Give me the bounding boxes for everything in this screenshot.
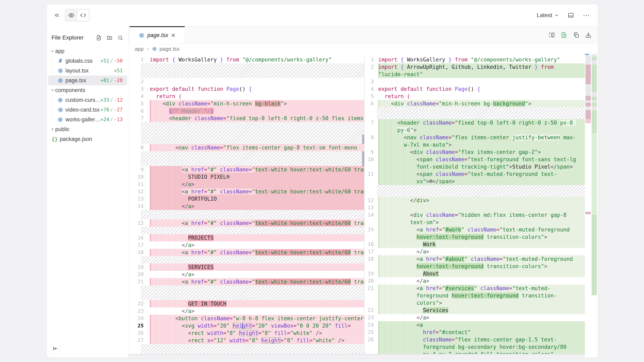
indent-guide [156, 54, 156, 358]
diff-editor: 1import { WorksGallery } from "@/compone… [128, 54, 598, 358]
download-button[interactable] [585, 32, 592, 38]
code-line[interactable]: export default function Page() { [150, 85, 364, 93]
code-line[interactable]: <a href="#" className="text-white hover:… [150, 188, 364, 195]
code-line[interactable]: </div> [378, 197, 585, 204]
code-line[interactable]: import { WorksGallery } from "@/componen… [378, 56, 585, 63]
diff-minimap[interactable] [585, 54, 598, 358]
code-line[interactable]: <rect width="8" height="8" fill="white" … [150, 330, 364, 337]
code-line[interactable] [378, 204, 585, 211]
diff-pane-new[interactable]: 1import { WorksGallery } from "@/compone… [364, 54, 585, 358]
code-line[interactable]: <header className="fixed top-0 left-0 ri… [378, 119, 585, 134]
line-number: 20 [128, 271, 150, 278]
collapse-sidebar-button[interactable] [50, 344, 60, 354]
sidebar-file-package-json[interactable]: {}package.json [48, 134, 127, 144]
code-line[interactable]: <span className="text-muted-foreground t… [378, 170, 585, 185]
sidebar-file-globals-css[interactable]: #globals.css+51/-50 [48, 56, 127, 66]
code-line[interactable]: <svg width="20" height="20" viewBox="0 0… [150, 322, 364, 330]
breadcrumb-file[interactable]: page.tsx [159, 46, 179, 52]
sidebar-file-video-card-tsx[interactable]: video-card.tsx+76/-27 [48, 105, 127, 115]
new-file-button[interactable] [96, 35, 102, 40]
code-line[interactable]: </a> [150, 242, 364, 249]
sidebar-folder-components[interactable]: components [48, 85, 127, 95]
code-toggle-button[interactable] [77, 9, 89, 21]
code-line[interactable]: Services [378, 307, 585, 314]
collapse-panel-button[interactable] [54, 12, 60, 18]
diff-view-button[interactable] [561, 32, 567, 38]
split-editor-button[interactable] [548, 32, 555, 38]
code-line[interactable]: </a> [150, 181, 364, 188]
version-dropdown[interactable]: Latest [537, 12, 559, 18]
copy-code-button[interactable] [573, 32, 579, 38]
code-line[interactable]: </a> [378, 314, 585, 321]
code-line[interactable]: </a> [150, 271, 364, 278]
code-line[interactable]: PORTFOLIO [150, 195, 364, 203]
code-line[interactable]: <a href="#" className="text-white hover:… [150, 166, 364, 173]
sidebar-file-page-tsx[interactable]: page.tsx+81/-28 [48, 75, 127, 85]
code-line[interactable]: return ( [378, 93, 585, 100]
code-line[interactable]: <a href="#" className="text-white hover:… [150, 278, 364, 286]
code-line[interactable]: GET IN TOUCH [150, 300, 364, 308]
tab-page-tsx[interactable]: page.tsx ✕ [130, 26, 185, 43]
code-line[interactable]: <div className="min-h-screen bg-backgrou… [378, 100, 585, 107]
code-line[interactable]: PROJECTS [150, 234, 364, 242]
code-line[interactable]: SERVICES [150, 264, 364, 271]
code-line[interactable]: </a> [378, 248, 585, 255]
code-line[interactable]: </a> [150, 203, 364, 210]
code-line[interactable]: <a href="#" className="text-white hover:… [150, 220, 364, 227]
code-line[interactable]: <div className="hidden md:flex items-cen… [378, 211, 585, 226]
code-line[interactable]: <div className="flex items-center gap-2"… [378, 148, 585, 156]
code-line[interactable]: <a [378, 321, 585, 329]
line-number: 20 [364, 277, 378, 285]
code-line[interactable]: Work [378, 241, 585, 248]
code-line[interactable]: return ( [150, 93, 364, 100]
code-line[interactable]: STUDIO PIXEL® [150, 173, 364, 181]
code-line[interactable] [378, 78, 585, 85]
code-line[interactable]: <nav className="flex items-center gap-8 … [150, 144, 364, 151]
code-line[interactable]: <a href="#services" className="text-mute… [378, 285, 585, 307]
code-line[interactable]: </a> [150, 308, 364, 315]
sidebar-file-layout-tsx[interactable]: layout.tsx+51 [48, 66, 127, 75]
code-line[interactable]: <a href="#work" className="text-muted-fo… [378, 226, 585, 241]
code-line[interactable]: <header className="fixed top-0 left-0 ri… [150, 115, 364, 122]
breadcrumb-folder[interactable]: app [135, 46, 144, 52]
sidebar-file-works-galler-[interactable]: works-galler…+24/-13 [48, 115, 127, 124]
code-line[interactable] [150, 78, 364, 85]
code-line[interactable]: <rect x="12" width="8" height="8" fill="… [150, 337, 364, 344]
code-line[interactable]: </a> [378, 277, 585, 285]
code-line[interactable]: <nav className="flex items-center justif… [378, 134, 585, 148]
panel-bottom-button[interactable] [568, 12, 574, 18]
diff-pane-old[interactable]: 1import { WorksGallery } from "@/compone… [128, 54, 364, 358]
code-line[interactable]: href="#contact" [378, 329, 585, 336]
minimap-segment [592, 57, 597, 60]
code-line[interactable]: <a href="#about" className="text-muted-f… [378, 255, 585, 270]
code-line[interactable]: export default function Page() { [378, 85, 585, 93]
code-line[interactable]: About [378, 270, 585, 277]
code-line[interactable]: <button className="w-8 h-8 flex items-ce… [150, 315, 364, 322]
diff-alignment-hatch [141, 256, 364, 264]
indent-guide [384, 54, 385, 358]
code-line[interactable]: <a href="#" className="text-white hover:… [150, 249, 364, 256]
horizontal-scrollbar-track[interactable] [128, 354, 585, 358]
preview-toggle-button[interactable] [66, 9, 77, 21]
new-folder-button[interactable] [107, 35, 112, 40]
code-line[interactable]: import { ArrowUpRight, Github, Linkedin,… [378, 63, 585, 78]
line-number: 2 [364, 63, 378, 78]
sidebar-folder-public[interactable]: public [48, 124, 127, 134]
code-line[interactable]: import { WorksGallery } from "@/componen… [150, 56, 364, 63]
line-number: 2 [128, 78, 150, 85]
line-number: 13 [128, 195, 150, 203]
code-line[interactable]: <span className="text-foreground font-sa… [378, 156, 585, 170]
diff-alignment-hatch [141, 286, 364, 300]
search-files-button[interactable] [118, 35, 123, 40]
minimap-segment [586, 96, 591, 100]
sidebar-folder-app[interactable]: app [48, 46, 127, 56]
diff-stats: +51 [114, 68, 127, 73]
code-line[interactable]: <div className="min-h-screen bg-black"> [150, 100, 364, 107]
diff-alignment-hatch [141, 63, 364, 78]
line-number: 24 [128, 315, 150, 322]
code-line[interactable]: {/* Header */} [150, 107, 364, 115]
file-label: page.tsx [66, 77, 86, 84]
more-menu-button[interactable]: ⋯ [583, 11, 590, 19]
tab-close-icon[interactable]: ✕ [171, 33, 176, 38]
sidebar-file-custom-curs-[interactable]: custom-curs…+33/-12 [48, 95, 127, 105]
